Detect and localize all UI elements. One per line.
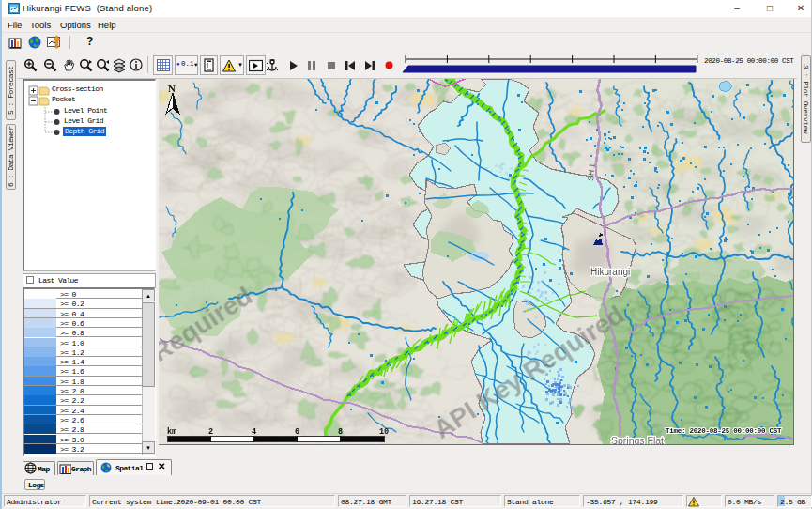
svg-text:Hikurangi: Hikurangi	[590, 267, 630, 277]
svg-text:km: km	[167, 427, 176, 437]
svg-text:8: 8	[338, 427, 343, 437]
svg-text:N: N	[168, 83, 176, 94]
svg-text:4: 4	[252, 427, 256, 437]
svg-text:Time: 2020-08-25 00:00:00 CST: Time: 2020-08-25 00:00:00 CST	[666, 427, 782, 435]
svg-text:6: 6	[295, 427, 299, 437]
svg-text:SH 1: SH 1	[586, 162, 597, 181]
svg-text:10: 10	[379, 427, 389, 437]
svg-text:Springs Flat: Springs Flat	[611, 435, 664, 444]
svg-text:2: 2	[208, 427, 213, 437]
